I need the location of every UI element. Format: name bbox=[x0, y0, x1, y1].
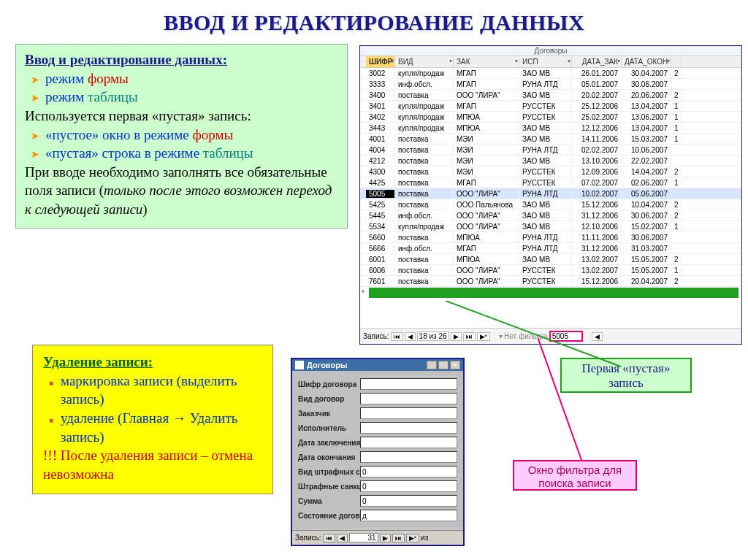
table-cell[interactable]: 13.02.2007 bbox=[572, 256, 622, 264]
table-cell[interactable]: ООО "ЛИРА" bbox=[454, 277, 519, 285]
table-cell[interactable]: ЗАО МВ bbox=[519, 135, 572, 143]
table-cell[interactable]: РУССТЕК bbox=[519, 266, 572, 275]
table-cell[interactable]: 20.04.2007 bbox=[622, 277, 671, 285]
table-cell[interactable]: 13.04.2007 bbox=[622, 124, 671, 132]
table-cell[interactable]: 30.04.2007 bbox=[622, 69, 671, 77]
table-cell[interactable]: РУССТЕК bbox=[519, 113, 572, 121]
table-cell[interactable]: 15.03.2007 bbox=[622, 135, 671, 143]
table-cell[interactable]: РУНА ЛТД bbox=[519, 234, 572, 242]
table-row[interactable]: 3002купля/продажМГАПЗАО МВ26.01.200730.0… bbox=[360, 68, 741, 79]
col-header[interactable]: ШИФР▾ bbox=[366, 56, 395, 67]
table-cell[interactable]: 4001 bbox=[366, 135, 395, 143]
table-cell[interactable]: 14.04.2007 bbox=[622, 168, 671, 176]
field-input[interactable] bbox=[360, 437, 457, 448]
table-cell[interactable]: 2 bbox=[671, 168, 682, 176]
table-cell[interactable]: поставка bbox=[395, 201, 454, 209]
table-cell[interactable]: РУССТЕК bbox=[519, 102, 572, 110]
table-cell[interactable]: 2 bbox=[671, 201, 682, 209]
table-cell[interactable]: МЭИ bbox=[454, 146, 519, 154]
table-row[interactable]: 4425поставкаМГАПРУССТЕК07.02.200702.06.2… bbox=[360, 177, 741, 188]
new-record-bar[interactable] bbox=[369, 288, 739, 298]
nav-prev-button[interactable]: ◀ bbox=[405, 332, 416, 341]
table-cell[interactable]: 3443 bbox=[366, 124, 395, 132]
table-cell[interactable]: 31.12.2006 bbox=[572, 212, 622, 220]
table-cell[interactable]: 25.02.2007 bbox=[572, 113, 622, 121]
table-cell[interactable]: 12.10.2006 bbox=[572, 223, 622, 231]
table-row[interactable]: 3333инф.обсл.МГАПРУНА ЛТД05.01.200730.06… bbox=[360, 79, 741, 90]
table-cell[interactable]: МЭИ bbox=[454, 168, 519, 176]
table-cell[interactable]: 3002 bbox=[366, 69, 395, 77]
table-cell[interactable]: ООО "ЛИРА" bbox=[454, 266, 519, 275]
table-cell[interactable]: МГАП bbox=[454, 80, 519, 88]
table-row[interactable]: 4004поставкаМЭИРУНА ЛТД02.02.200710.06.2… bbox=[360, 145, 741, 156]
table-cell[interactable]: РУССТЕК bbox=[519, 168, 572, 176]
table-row[interactable]: 5660поставкаМПЮАРУНА ЛТД11.11.200630.06.… bbox=[360, 232, 741, 243]
table-cell[interactable]: 22.02.2007 bbox=[622, 157, 671, 165]
table-cell[interactable]: купля/продаж bbox=[395, 102, 454, 110]
record-position-input[interactable] bbox=[349, 533, 378, 542]
table-cell[interactable]: 1 bbox=[671, 102, 682, 110]
dropdown-icon[interactable]: ▾ bbox=[667, 58, 670, 64]
table-cell[interactable]: поставка bbox=[395, 234, 454, 242]
table-row[interactable]: 4300поставкаМЭИРУССТЕК12.09.200614.04.20… bbox=[360, 166, 741, 177]
filter-search-input[interactable] bbox=[549, 331, 583, 342]
nav-next-button[interactable]: ▶ bbox=[451, 332, 462, 341]
table-cell[interactable]: 4004 bbox=[366, 146, 395, 154]
table-cell[interactable]: ООО "ЛИРА" bbox=[454, 212, 519, 220]
table-cell[interactable]: поставка bbox=[395, 168, 454, 176]
field-input[interactable] bbox=[360, 393, 457, 404]
table-cell[interactable]: 26.01.2007 bbox=[572, 69, 622, 77]
minimize-button[interactable]: _ bbox=[427, 361, 437, 369]
table-cell[interactable]: МЭИ bbox=[454, 135, 519, 143]
nav-last-button[interactable]: ⏭ bbox=[463, 332, 476, 341]
nav-new-button[interactable]: ▶* bbox=[406, 534, 420, 542]
table-cell[interactable]: 1 bbox=[671, 223, 682, 231]
table-cell[interactable]: 1 bbox=[671, 135, 682, 143]
table-cell[interactable]: 12.12.2006 bbox=[572, 124, 622, 132]
table-cell[interactable]: МПЮА bbox=[454, 113, 519, 121]
table-cell[interactable]: 10.06.2007 bbox=[622, 146, 671, 154]
table-cell[interactable]: ЗАО МВ bbox=[519, 223, 572, 231]
table-row[interactable]: 5534купля/продажООО "ЛИРА"ЗАО МВ12.10.20… bbox=[360, 221, 741, 232]
table-cell[interactable]: 5445 bbox=[366, 212, 395, 220]
table-cell[interactable]: 3333 bbox=[366, 80, 395, 88]
nav-first-button[interactable]: ⏮ bbox=[323, 534, 335, 542]
table-cell[interactable]: купля/продаж bbox=[395, 223, 454, 231]
field-input[interactable] bbox=[360, 422, 457, 434]
table-cell[interactable]: 05.01.2007 bbox=[572, 80, 622, 88]
table-cell[interactable]: 4212 bbox=[366, 157, 395, 165]
dropdown-icon[interactable]: ▾ bbox=[568, 58, 570, 64]
field-input[interactable] bbox=[360, 495, 457, 507]
table-cell[interactable]: 5534 bbox=[366, 223, 395, 231]
table-row[interactable]: 5425поставкаООО ПальяноваЗАО МВ15.12.200… bbox=[360, 199, 741, 210]
table-row[interactable]: 3400поставкаООО "ЛИРА"ЗАО МВ20.02.200720… bbox=[360, 90, 741, 101]
table-cell[interactable]: 2 bbox=[671, 256, 682, 264]
table-cell[interactable]: 5425 bbox=[366, 201, 395, 209]
table-cell[interactable]: 30.06.2007 bbox=[622, 212, 671, 220]
table-cell[interactable]: поставка bbox=[395, 135, 454, 143]
table-cell[interactable]: 6006 bbox=[366, 266, 395, 275]
table-cell[interactable]: 30.06.2007 bbox=[622, 80, 671, 88]
table-cell[interactable]: ЗАО МВ bbox=[519, 91, 572, 99]
table-row[interactable]: 7601поставкаООО "ЛИРА"РУССТЕК15.12.20062… bbox=[360, 276, 741, 287]
field-input[interactable] bbox=[360, 407, 457, 419]
table-cell[interactable]: 7601 bbox=[366, 277, 395, 285]
table-cell[interactable]: 2 bbox=[671, 69, 682, 77]
table-cell[interactable]: ЗАО МВ bbox=[519, 69, 572, 77]
table-cell[interactable]: инф.обсл. bbox=[395, 80, 454, 88]
table-row[interactable]: 3443купля/продажМПЮАЗАО МВ12.12.200613.0… bbox=[360, 123, 741, 134]
table-cell[interactable]: 4300 bbox=[366, 168, 395, 176]
table-cell[interactable]: 25.12.2006 bbox=[572, 102, 622, 110]
table-cell[interactable]: 5666 bbox=[366, 245, 395, 253]
table-row[interactable]: 5445инф.обсл.ООО "ЛИРА"ЗАО МВ31.12.20063… bbox=[360, 210, 741, 221]
table-cell[interactable]: 1 bbox=[671, 124, 682, 132]
table-cell[interactable]: 02.02.2007 bbox=[572, 146, 622, 154]
table-cell[interactable]: поставка bbox=[395, 157, 454, 165]
nav-first-button[interactable]: ⏮ bbox=[391, 332, 403, 341]
table-cell[interactable]: 15.12.2006 bbox=[572, 277, 622, 285]
nav-prev-button[interactable]: ◀ bbox=[337, 534, 348, 542]
table-cell[interactable]: 10.04.2007 bbox=[622, 201, 671, 209]
table-cell[interactable]: РУНА ЛТД bbox=[519, 80, 572, 88]
table-cell[interactable]: МГАП bbox=[454, 69, 519, 77]
table-cell[interactable]: 2 bbox=[671, 277, 682, 285]
